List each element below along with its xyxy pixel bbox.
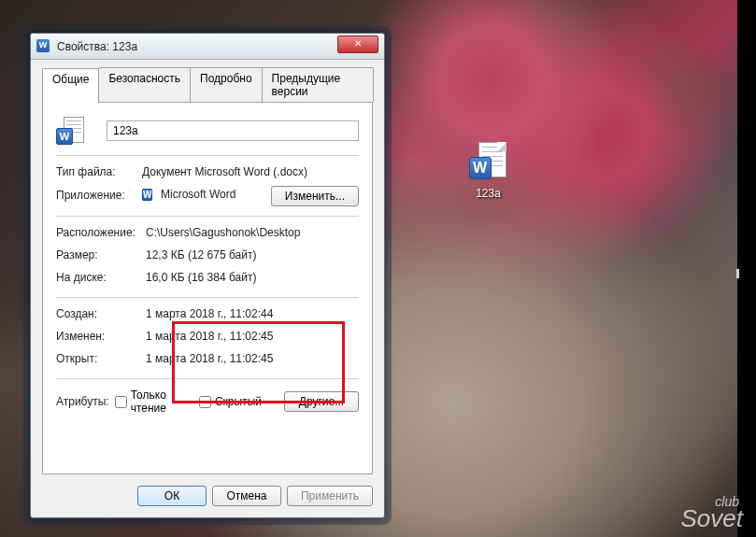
word-document-icon: W xyxy=(36,39,51,54)
ok-button[interactable]: ОК xyxy=(137,486,207,506)
tab-general[interactable]: Общие xyxy=(42,68,99,103)
hidden-label: Скрытый xyxy=(215,395,262,408)
advanced-attributes-button[interactable]: Другие... xyxy=(284,391,359,412)
filetype-value: Документ Microsoft Word (.docx) xyxy=(142,165,307,178)
app-label: Приложение: xyxy=(56,189,142,202)
separator xyxy=(56,297,359,298)
separator xyxy=(56,216,359,217)
app-value: WMicrosoft Word xyxy=(142,188,235,203)
hidden-checkbox[interactable]: Скрытый xyxy=(199,395,262,408)
close-button[interactable]: ✕ xyxy=(337,35,378,53)
window-title: Свойства: 123а xyxy=(57,40,337,53)
titlebar[interactable]: W Свойства: 123а ✕ xyxy=(31,34,384,60)
right-black-strip xyxy=(737,0,756,537)
desktop-file-label: 123а xyxy=(453,187,523,200)
word-document-icon: W xyxy=(56,116,86,146)
tab-details[interactable]: Подробно xyxy=(190,67,263,102)
attributes-label: Атрибуты: xyxy=(56,395,109,408)
location-value: C:\Users\Gagushonok\Desktop xyxy=(146,226,300,239)
separator xyxy=(56,155,359,156)
accessed-value: 1 марта 2018 г., 11:02:45 xyxy=(146,352,273,365)
dialog-footer: ОК Отмена Применить xyxy=(42,474,373,506)
size-label: Размер: xyxy=(56,248,146,261)
filetype-label: Тип файла: xyxy=(56,165,142,178)
tab-strip: Общие Безопасность Подробно Предыдущие в… xyxy=(42,67,373,103)
size-value: 12,3 КБ (12 675 байт) xyxy=(146,248,256,261)
filename-input[interactable] xyxy=(107,120,359,141)
size-on-disk-value: 16,0 КБ (16 384 байт) xyxy=(146,271,256,284)
readonly-checkbox-input[interactable] xyxy=(115,396,127,408)
separator xyxy=(56,378,359,379)
hidden-checkbox-input[interactable] xyxy=(199,396,211,408)
word-app-icon: W xyxy=(142,188,157,203)
tab-panel-general: W Тип файла: Документ Microsoft Word (.d… xyxy=(42,103,373,474)
desktop-file-icon[interactable]: W 123а xyxy=(453,140,523,200)
size-on-disk-label: На диске: xyxy=(56,271,146,284)
change-app-button[interactable]: Изменить... xyxy=(271,186,359,206)
properties-dialog: W Свойства: 123а ✕ Общие Безопасность По… xyxy=(30,33,385,518)
readonly-checkbox[interactable]: Только чтение xyxy=(115,389,177,415)
accessed-label: Открыт: xyxy=(56,352,146,365)
tab-previous-versions[interactable]: Предыдущие версии xyxy=(262,67,374,102)
created-value: 1 марта 2018 г., 11:02:44 xyxy=(146,307,273,320)
apply-button[interactable]: Применить xyxy=(287,486,373,506)
created-label: Создан: xyxy=(56,307,146,320)
modified-label: Изменен: xyxy=(56,330,146,343)
tab-security[interactable]: Безопасность xyxy=(98,67,191,102)
modified-value: 1 марта 2018 г., 11:02:45 xyxy=(146,330,273,343)
word-document-icon: W xyxy=(467,140,510,183)
side-marker xyxy=(736,269,739,278)
cancel-button[interactable]: Отмена xyxy=(212,486,281,506)
readonly-label: Только чтение xyxy=(131,389,177,415)
location-label: Расположение: xyxy=(56,226,146,239)
